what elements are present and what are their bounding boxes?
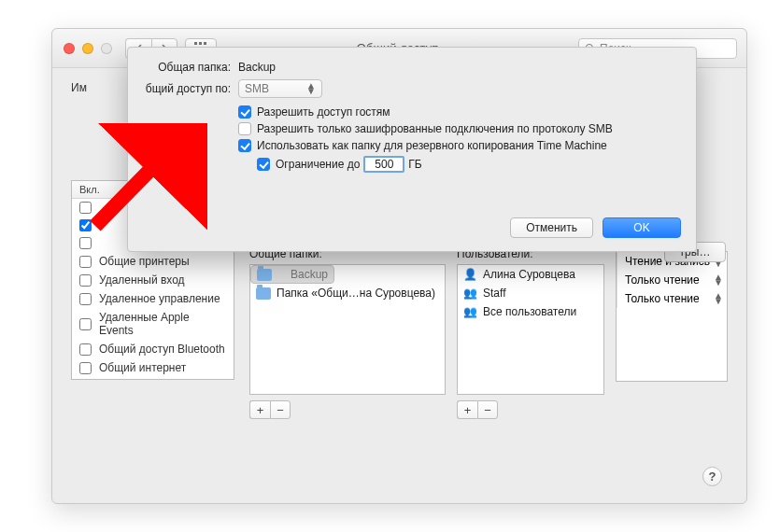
- folders-add-button[interactable]: +: [249, 400, 270, 419]
- folder-row[interactable]: Backup: [250, 265, 334, 284]
- folders-add-remove: + −: [249, 400, 446, 419]
- service-checkbox[interactable]: [79, 318, 92, 330]
- sharing-detail: Общие папки: BackupПапка «Общи…на Суровц…: [249, 247, 728, 484]
- size-limit-input[interactable]: 500: [363, 156, 404, 173]
- service-checkbox[interactable]: [79, 343, 92, 356]
- computer-name-label-fragment: Им: [71, 81, 87, 94]
- permission-label: Только чтение: [625, 273, 700, 287]
- service-row[interactable]: Удаленные Apple Events: [72, 308, 234, 340]
- user-label: Алина Суровцева: [483, 268, 575, 281]
- user-row[interactable]: 👥Все пользователи: [458, 302, 603, 321]
- svg-rect-0: [194, 42, 197, 45]
- folder-label: Папка «Общи…на Суровцева): [277, 287, 435, 300]
- size-limit-prefix: Ограничение до: [276, 158, 360, 171]
- permission-select[interactable]: Только чтение▲▼: [617, 289, 727, 308]
- service-checkbox[interactable]: [79, 202, 92, 214]
- service-checkbox[interactable]: [79, 293, 92, 305]
- service-checkbox[interactable]: [79, 274, 92, 287]
- service-row[interactable]: Общий доступ Bluetooth: [72, 340, 234, 358]
- user-row[interactable]: 👤Алина Суровцева: [458, 265, 603, 284]
- folder-label: Backup: [291, 268, 328, 281]
- users-add-remove: + −: [457, 400, 604, 419]
- service-row[interactable]: Общие принтеры: [72, 252, 234, 271]
- user-icon: 👤: [463, 268, 477, 281]
- permissions-column: Чтение и запись▲▼Только чтение▲▼Только ч…: [616, 251, 728, 382]
- service-label: Удаленный вход: [99, 273, 185, 287]
- user-row[interactable]: 👥Staff: [458, 284, 603, 302]
- permission-label: Только чтение: [625, 292, 700, 305]
- service-label: Удаленное управление: [99, 292, 220, 305]
- user-icon: 👥: [463, 287, 477, 300]
- folder-row[interactable]: Папка «Общи…на Суровцева): [250, 284, 445, 302]
- folder-icon: [257, 269, 272, 281]
- size-limit-suffix: ГБ: [408, 158, 421, 171]
- user-label: Staff: [483, 287, 505, 300]
- chevron-updown-icon: ▲▼: [714, 274, 723, 286]
- size-limit-checkbox[interactable]: [257, 158, 270, 171]
- chevron-updown-icon: ▲▼: [306, 83, 316, 94]
- shared-folder-value: Backup: [238, 61, 276, 74]
- guest-access-label: Разрешить доступ гостям: [257, 105, 390, 119]
- service-label: Общий доступ Bluetooth: [99, 343, 225, 356]
- shared-folder-label: Общая папка:: [141, 61, 238, 74]
- folders-remove-button[interactable]: −: [270, 400, 291, 419]
- user-icon: 👥: [463, 305, 477, 318]
- users-add-button[interactable]: +: [457, 400, 477, 419]
- service-checkbox[interactable]: [79, 256, 92, 268]
- users-remove-button[interactable]: −: [477, 400, 498, 419]
- share-via-label: бщий доступ по:: [141, 82, 238, 95]
- service-label: Общий интернет: [99, 361, 186, 374]
- service-label: Удаленные Apple Events: [99, 311, 226, 337]
- service-checkbox[interactable]: [79, 237, 92, 249]
- permission-select[interactable]: Только чтение▲▼: [617, 271, 727, 289]
- close-icon[interactable]: [64, 43, 75, 54]
- service-row[interactable]: Удаленное управление: [72, 289, 234, 308]
- shared-folders-list[interactable]: BackupПапка «Общи…на Суровцева): [249, 264, 446, 395]
- service-row[interactable]: Удаленный вход: [72, 271, 234, 289]
- folder-options-sheet: Общая папка: Backup бщий доступ по: SMB …: [127, 47, 697, 252]
- service-row[interactable]: Общий интернет: [72, 358, 234, 377]
- chevron-updown-icon: ▲▼: [714, 293, 723, 304]
- smb-encrypt-checkbox[interactable]: [238, 122, 251, 135]
- ok-button[interactable]: OK: [603, 217, 681, 238]
- traffic-lights: [64, 43, 112, 54]
- cancel-button[interactable]: Отменить: [510, 217, 593, 238]
- smb-encrypt-label: Разрешить только зашифрованные подключен…: [257, 122, 613, 135]
- service-label: Общие принтеры: [99, 255, 190, 268]
- time-machine-label: Использовать как папку для резервного ко…: [257, 139, 607, 152]
- users-list[interactable]: 👤Алина Суровцева👥Staff👥Все пользователи: [457, 264, 604, 395]
- maximize-icon[interactable]: [101, 43, 112, 54]
- folder-icon: [256, 287, 271, 300]
- svg-rect-2: [204, 42, 206, 45]
- service-checkbox[interactable]: [79, 219, 92, 231]
- minimize-icon[interactable]: [82, 43, 93, 54]
- svg-rect-1: [199, 42, 202, 45]
- service-checkbox[interactable]: [79, 362, 92, 374]
- help-button[interactable]: ?: [702, 467, 722, 486]
- service-row[interactable]: Кэширование контента: [72, 377, 234, 380]
- user-label: Все пользователи: [483, 305, 576, 318]
- share-via-select[interactable]: SMB ▲▼: [238, 79, 322, 98]
- time-machine-checkbox[interactable]: [238, 139, 251, 152]
- guest-access-checkbox[interactable]: [238, 105, 251, 119]
